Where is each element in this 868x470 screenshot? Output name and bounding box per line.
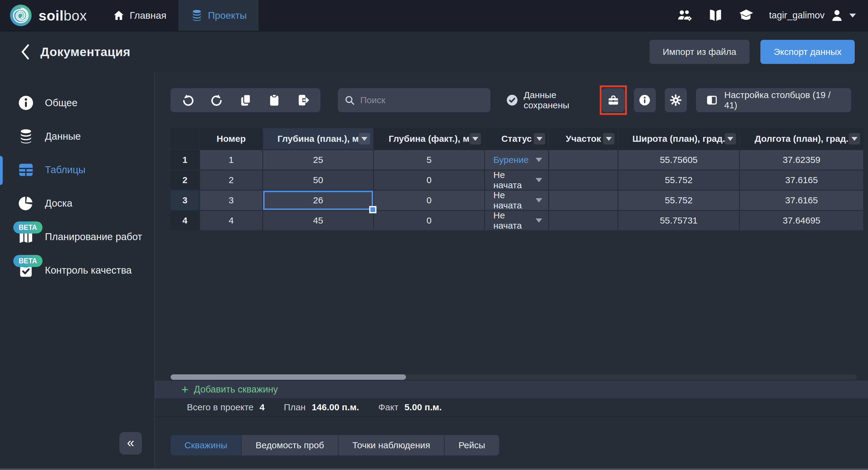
table-cell-longitude[interactable]: 37.6165 [740,190,863,210]
settings-button[interactable] [665,88,687,112]
column-settings-button[interactable]: Настройка столбцов (19 / 41) [696,88,851,112]
table-cell-site[interactable] [549,150,618,170]
row-number[interactable]: 4 [170,211,199,230]
search-box [338,88,490,112]
filter-button[interactable] [603,133,615,145]
row-number[interactable]: 1 [170,150,199,170]
status-cell-dropdown[interactable]: Не начата [485,171,548,190]
table-cell-depth-fact[interactable]: 0 [374,171,484,190]
table-cell-site[interactable] [549,190,618,210]
filter-triangle-icon [606,137,612,141]
table-cell-longitude[interactable]: 37.6165 [740,171,863,190]
table-cell-site[interactable] [549,211,618,230]
tab-sample-register[interactable]: Ведомость проб [242,435,338,456]
redo-icon[interactable] [210,93,223,107]
filter-button[interactable] [534,133,545,145]
table-cell-latitude[interactable]: 55.752 [618,171,739,190]
column-header-site[interactable]: Участок [549,128,618,149]
table-cell-site[interactable] [549,171,618,190]
column-header-status[interactable]: Статус [485,128,548,149]
sidebar-item-tables[interactable]: Таблицы [0,160,154,179]
table-cell-depth-fact[interactable]: 0 [374,211,484,230]
table-cell-latitude[interactable]: 55.75605 [618,150,739,170]
horizontal-scrollbar-thumb[interactable] [170,374,406,380]
tab-wells[interactable]: Скважины [170,435,242,456]
sidebar-item-general[interactable]: Общее [0,93,154,113]
edit-actions-group [170,88,320,112]
info-circle-icon [638,94,651,107]
filter-button[interactable] [359,133,370,145]
column-header-latitude[interactable]: Широта (план), град. [618,128,739,149]
documentation-book-icon[interactable] [708,7,723,23]
row-number[interactable]: 2 [170,171,199,190]
table-cell-number[interactable]: 2 [200,171,262,190]
column-header-longitude[interactable]: Долгота (план), град. [740,128,863,149]
table-cell-depth-fact[interactable]: 5 [374,150,484,170]
export-data-button[interactable]: Экспорт данных [761,40,855,64]
brand-logo[interactable]: soilbox [0,0,101,31]
user-avatar-icon [830,8,844,22]
brand-wordmark: soilbox [38,7,87,24]
database-icon [18,128,34,145]
table-cell-latitude[interactable]: 55.75731 [618,211,739,230]
table-cell-number[interactable]: 1 [200,150,262,170]
column-header-depth-plan[interactable]: Глубина (план.), м [263,128,373,149]
team-management-icon[interactable] [677,7,692,23]
undo-icon[interactable] [181,93,195,107]
sidebar-item-quality-control[interactable]: BETA Контроль качества [0,261,154,280]
beta-badge: BETA [13,222,42,234]
filter-button[interactable] [724,133,736,145]
save-status: Данные сохранены [506,90,602,110]
chevron-left-icon [20,44,31,60]
table-cell-depth-plan[interactable]: 25 [263,150,373,170]
top-navigation-bar: soilbox Главная Проекты [0,0,868,31]
column-header-rownum [170,128,199,149]
beta-badge: BETA [13,255,42,267]
sidebar-item-data[interactable]: Данные [0,127,154,146]
equipment-toolbox-button[interactable] [602,88,625,112]
info-button[interactable] [634,88,656,112]
horizontal-scrollbar-track [170,374,857,380]
status-cell-dropdown[interactable]: Не начата [485,190,548,210]
table-cell-latitude[interactable]: 55.752 [618,190,739,210]
nav-item-home[interactable]: Главная [101,0,179,31]
totals-bar: Всего в проекте4 План146.00 п.м. Факт5.0… [155,398,868,417]
table-cell-depth-plan[interactable]: 26 [263,190,373,210]
copy-icon[interactable] [239,93,252,107]
username: tagir_galimov [769,10,825,21]
dropdown-triangle-icon [535,198,542,202]
nav-item-projects[interactable]: Проекты [179,0,258,31]
user-menu[interactable]: tagir_galimov [769,8,856,22]
table-cell-depth-plan[interactable]: 45 [263,211,373,230]
tab-trips[interactable]: Рейсы [444,435,499,456]
filter-button[interactable] [470,133,481,145]
chevron-down-icon [849,13,856,18]
table-cell-longitude[interactable]: 37.62359 [740,150,863,170]
table-cell-depth-fact[interactable]: 0 [374,190,484,210]
status-cell-dropdown[interactable]: Бурение [485,150,548,170]
sidebar-collapse-button[interactable]: « [119,432,142,454]
column-header-number[interactable]: Номер [200,128,262,149]
paste-icon[interactable] [268,93,281,107]
table-cell-depth-plan[interactable]: 50 [263,171,373,190]
table-cell-longitude[interactable]: 37.64695 [740,211,863,230]
sidebar-item-board[interactable]: Доска [0,194,154,213]
filter-button[interactable] [849,133,860,145]
row-number[interactable]: 3 [170,190,199,210]
import-from-file-button[interactable]: Импорт из файла [650,40,749,64]
table-cell-number[interactable]: 4 [200,211,262,230]
back-button[interactable] [17,43,34,60]
learning-graduation-cap-icon[interactable] [738,7,754,23]
soilbox-logo-icon [9,4,33,27]
search-input[interactable] [360,95,481,105]
table-cell-number[interactable]: 3 [200,190,262,210]
database-icon [190,9,203,22]
tab-observation-points[interactable]: Точки наблюдения [338,435,444,456]
export-row-icon[interactable] [296,93,310,107]
window-bottom-edge [0,469,868,470]
column-header-depth-fact[interactable]: Глубина (факт.), м [374,128,484,149]
sidebar-item-work-planning[interactable]: BETA Планирование работ [0,227,154,246]
status-cell-dropdown[interactable]: Не начата [485,211,548,230]
filter-triangle-icon [472,137,478,141]
add-well-button[interactable]: + Добавить скважину [155,381,868,398]
